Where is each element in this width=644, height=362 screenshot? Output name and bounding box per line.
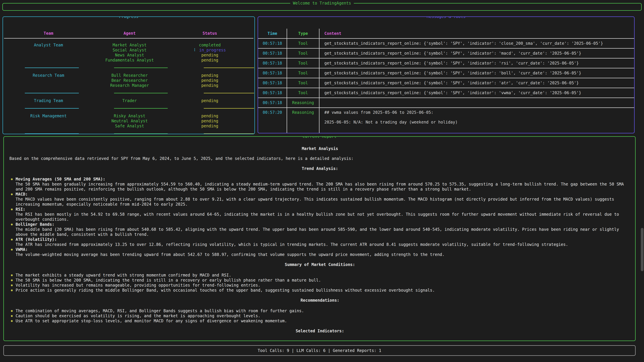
bullet-body: Price action is generally riding the mid… bbox=[16, 288, 435, 293]
report-bullet: Volatility has increased but remains man… bbox=[10, 283, 630, 288]
status-value: pending bbox=[165, 123, 254, 129]
message-content: get_stockstats_indicators_report_online:… bbox=[320, 68, 634, 78]
agent-name: Trader bbox=[94, 98, 165, 103]
message-time: 00:57:18 bbox=[258, 78, 287, 88]
team-name bbox=[3, 48, 94, 53]
report-bullet: Caution should be exercised as volatilit… bbox=[10, 313, 630, 319]
messages-panel: Messages & Tools TimeTypeContent00:57:18… bbox=[258, 16, 634, 133]
agent-name: Risky Analyst bbox=[94, 113, 165, 118]
progress-panel-title: Progress bbox=[116, 16, 141, 19]
message-type: Tool bbox=[287, 88, 320, 98]
team-name bbox=[3, 83, 94, 88]
agent-name: News Analyst bbox=[94, 53, 165, 58]
bullet-body: The RSI has been mostly in the 54.92 to … bbox=[16, 212, 619, 222]
message-content bbox=[320, 98, 634, 108]
status-value: pending bbox=[165, 118, 254, 123]
message-time: 00:57:18 bbox=[258, 49, 287, 58]
bullet-label: MACD: bbox=[16, 192, 630, 197]
report-section-heading: Recommendations: bbox=[10, 298, 630, 303]
team-name: Risk Management bbox=[3, 113, 94, 118]
report-section-heading: Summary of Market Conditions: bbox=[10, 262, 630, 267]
bullet-body: The volume-weighted moving average has b… bbox=[16, 252, 444, 257]
bullet-body: The MACD values have been consistently p… bbox=[16, 197, 614, 207]
report-bullet: Bollinger Bands:The middle band (20 SMA)… bbox=[10, 222, 630, 237]
report-panel: Current Report Market Analysis Based on … bbox=[3, 136, 636, 341]
bullet-body: Use ATR to set appropriate stop-loss lev… bbox=[16, 319, 287, 323]
agent-name: Market Analyst bbox=[94, 42, 165, 48]
bullet-body: The 50 SMA is below the 200 SMA, indicat… bbox=[16, 278, 321, 283]
report-bullet: Price action is generally riding the mid… bbox=[10, 288, 630, 293]
spinner-icon: ⠇ bbox=[194, 48, 197, 52]
message-content: get_stockstats_indicators_report_online:… bbox=[320, 88, 634, 98]
message-content: get_stockstats_indicators_report_online:… bbox=[320, 78, 634, 88]
progress-row: News Analyst pending bbox=[3, 53, 254, 58]
bullet-body: The market exhibits a steady upward tren… bbox=[16, 273, 231, 278]
progress-row: Bear Researcher pending bbox=[3, 78, 254, 83]
agent-name: Bear Researcher bbox=[94, 78, 165, 83]
bullet-label: Bollinger Bands: bbox=[16, 222, 630, 227]
message-content: get_stockstats_indicators_report_online:… bbox=[320, 39, 634, 49]
status-value: pending bbox=[165, 78, 254, 83]
report-bullet: Moving Averages (50 SMA and 200 SMA):The… bbox=[10, 177, 630, 192]
bullet-label: RSI: bbox=[16, 207, 630, 212]
messages-column-header: Time bbox=[258, 29, 287, 39]
progress-row: Safe Analyst pending bbox=[3, 123, 254, 129]
message-time: 00:57:18 bbox=[258, 58, 287, 68]
group-separator bbox=[3, 63, 254, 73]
report-panel-title: Current Report bbox=[300, 136, 339, 139]
progress-row: Trading Team Trader pending bbox=[3, 98, 254, 103]
status-value: pending bbox=[165, 113, 254, 118]
progress-table: TeamAgentStatus Analyst Team Market Anal… bbox=[3, 29, 254, 134]
progress-row: Fundamentals Analyst pending bbox=[3, 58, 254, 63]
status-value: pending bbox=[165, 58, 254, 63]
report-section-heading: Trend Analysis: bbox=[10, 166, 630, 171]
report-bullet: MACD:The MACD values have been consisten… bbox=[10, 192, 630, 207]
message-time: 00:57:18 bbox=[258, 98, 287, 108]
messages-panel-title: Messages & Tools bbox=[424, 16, 468, 19]
messages-column-header: Content bbox=[320, 29, 634, 39]
status-value: ⠇ in_progress bbox=[165, 48, 254, 53]
agent-name: Social Analyst bbox=[94, 48, 165, 53]
team-name: Research Team bbox=[3, 73, 94, 78]
report-bullet: ATR (Volatility):The ATR has increased f… bbox=[10, 237, 630, 247]
message-time: 00:57:20 bbox=[258, 108, 287, 133]
report-bullet: Use ATR to set appropriate stop-loss lev… bbox=[10, 319, 630, 324]
team-name: Analyst Team bbox=[3, 42, 94, 48]
message-type: Tool bbox=[287, 39, 320, 49]
report-bullet: VWMA:The volume-weighted moving average … bbox=[10, 247, 630, 257]
report-bullet-list: The combination of moving averages, MACD… bbox=[10, 308, 630, 324]
bullet-body: The ATR has increased from approximately… bbox=[16, 242, 568, 247]
scrollbar-thumb[interactable] bbox=[641, 228, 644, 271]
banner-title: Welcome to TradingAgents bbox=[290, 1, 354, 6]
bullet-body: The 50 SMA has been gradually increasing… bbox=[16, 182, 624, 192]
progress-panel: Progress TeamAgentStatus Analyst Team Ma… bbox=[2, 16, 255, 134]
report-bullet-list: Moving Averages (50 SMA and 200 SMA):The… bbox=[10, 177, 630, 257]
status-value: pending bbox=[165, 53, 254, 58]
bullet-label: VWMA: bbox=[16, 247, 630, 252]
message-content: get_stockstats_indicators_report_online:… bbox=[320, 58, 634, 68]
agent-name: Safe Analyst bbox=[94, 123, 165, 129]
status-bar-text: Tool Calls: 9 | LLM Calls: 6 | Generated… bbox=[258, 348, 381, 353]
status-bar: Tool Calls: 9 | LLM Calls: 6 | Generated… bbox=[3, 345, 636, 356]
report-bullet: The market exhibits a steady upward tren… bbox=[10, 273, 630, 278]
progress-row: Neutral Analyst pending bbox=[3, 118, 254, 123]
status-value: pending bbox=[165, 73, 254, 78]
agent-name: Neutral Analyst bbox=[94, 118, 165, 123]
progress-column-header: Status bbox=[165, 29, 254, 38]
status-value: pending bbox=[165, 83, 254, 88]
progress-column-header: Team bbox=[3, 29, 94, 38]
progress-row: Research Manager pending bbox=[3, 83, 254, 88]
app-window: Welcome to TradingAgents Progress TeamAg… bbox=[0, 0, 644, 362]
report-main-heading: Market Analysis bbox=[10, 146, 630, 151]
team-name bbox=[3, 58, 94, 63]
message-type: Reasoning bbox=[287, 108, 320, 133]
bullet-body: Caution should be exercised as volatilit… bbox=[16, 314, 260, 318]
progress-column-header: Agent bbox=[94, 29, 165, 38]
progress-row: Research Team Bull Researcher pending bbox=[3, 73, 254, 78]
bullet-label: ATR (Volatility): bbox=[16, 237, 630, 242]
report-bullet-list: The market exhibits a steady upward tren… bbox=[10, 273, 630, 293]
team-name: Trading Team bbox=[3, 98, 94, 103]
progress-row: Risk Management Risky Analyst pending bbox=[3, 113, 254, 118]
agent-name: Fundamentals Analyst bbox=[94, 58, 165, 63]
team-name bbox=[3, 123, 94, 129]
